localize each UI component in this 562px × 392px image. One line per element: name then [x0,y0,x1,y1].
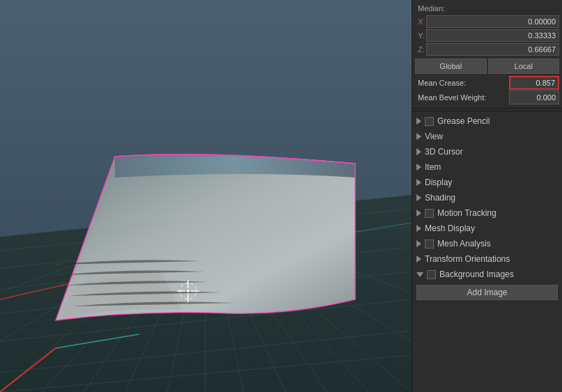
global-local-row: Global Local [415,58,559,74]
divider-1 [412,111,562,111]
item-label: Item [425,162,441,172]
sidebar-item-view[interactable]: View [412,129,562,144]
background-images-label: Background Images [439,269,514,279]
coord-row-x: X: 0.00000 [412,15,562,29]
sidebar-item-display[interactable]: Display [412,175,562,190]
mean-bevel-label: Mean Bevel Weight: [415,93,509,102]
mean-bevel-value: 0.000 [536,93,556,102]
triangle-icon-grease-pencil [416,118,421,125]
x-label: X: [415,17,426,26]
mean-crease-label: Mean Crease: [415,79,509,87]
mean-crease-row: Mean Crease: 0.857 [412,76,562,90]
mesh-display-label: Mesh Display [425,224,475,233]
sidebar-item-3d-cursor[interactable]: 3D Cursor [412,144,562,159]
checkbox-motion-tracking[interactable] [425,209,434,218]
median-section: Median: X: 0.00000 Y: 0.33333 Z: 0.66667… [412,0,562,109]
mean-bevel-row: Mean Bevel Weight: 0.000 [412,91,562,104]
view-label: View [425,132,443,141]
motion-tracking-label: Motion Tracking [437,208,497,218]
sidebar-item-item[interactable]: Item [412,159,562,175]
triangle-icon-transform-orientations [416,256,421,262]
viewport[interactable] [0,0,412,392]
sidebar-item-grease-pencil[interactable]: Grease Pencil [412,113,562,129]
sidebar-item-transform-orientations[interactable]: Transform Orientations [412,251,562,267]
z-label: Z: [415,45,426,54]
triangle-icon-item [416,164,421,171]
mesh-analysis-label: Mesh Analysis [437,239,491,249]
z-value[interactable]: 0.66667 [426,43,559,56]
display-label: Display [425,178,452,187]
triangle-icon-mesh-analysis [416,240,421,247]
local-button[interactable]: Local [488,58,560,74]
mean-bevel-value-container[interactable]: 0.000 [509,91,559,104]
sidebar-item-mesh-display[interactable]: Mesh Display [412,221,562,236]
global-button[interactable]: Global [415,58,487,74]
triangle-icon-mesh-display [416,225,421,232]
sidebar-item-background-images[interactable]: Background Images [412,267,562,282]
grease-pencil-label: Grease Pencil [437,116,490,126]
coord-row-z: Z: 0.66667 [412,42,562,56]
x-value[interactable]: 0.00000 [426,15,559,28]
sidebar-item-mesh-analysis[interactable]: Mesh Analysis [412,236,562,251]
checkbox-grease-pencil[interactable] [425,117,434,126]
triangle-icon-3d-cursor [416,148,421,155]
triangle-icon-shading [416,194,421,201]
sidebar-item-shading[interactable]: Shading [412,190,562,205]
svg-point-33 [187,290,189,292]
properties-panel: Median: X: 0.00000 Y: 0.33333 Z: 0.66667… [412,0,562,392]
y-value[interactable]: 0.33333 [426,29,559,42]
triangle-icon-background-images [416,272,423,277]
sidebar-item-motion-tracking[interactable]: Motion Tracking [412,205,562,221]
triangle-icon-view [416,133,421,140]
shading-label: Shading [425,193,455,203]
triangle-icon-display [416,179,421,186]
add-image-button[interactable]: Add Image [416,285,558,300]
checkbox-background-images[interactable] [427,270,436,279]
coord-row-y: Y: 0.33333 [412,29,562,42]
triangle-icon-motion-tracking [416,210,421,217]
median-header: Median: [412,3,562,15]
mean-crease-value-container[interactable]: 0.857 [509,76,559,90]
3d-cursor-label: 3D Cursor [425,147,463,157]
y-label: Y: [415,31,426,40]
checkbox-mesh-analysis[interactable] [425,240,434,249]
mean-crease-value: 0.857 [536,79,555,87]
transform-orientations-label: Transform Orientations [425,254,510,264]
